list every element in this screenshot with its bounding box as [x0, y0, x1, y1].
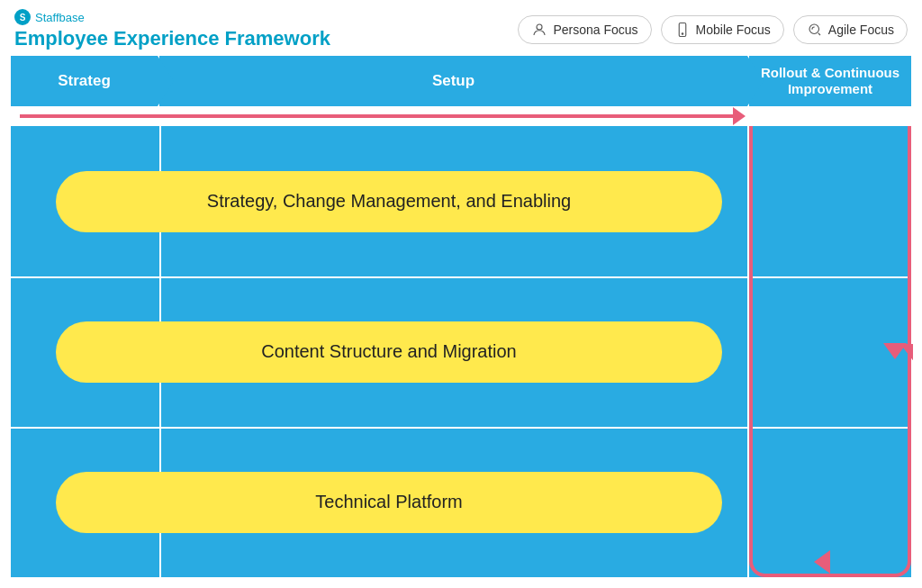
svg-point-2: [682, 33, 683, 35]
setup-arrow: [747, 56, 764, 106]
persona-focus-button[interactable]: Persona Focus: [518, 15, 651, 44]
mobile-icon: [674, 22, 691, 38]
red-arrow-row: [11, 106, 911, 126]
header-left: S Staffbase Employee Experience Framewor…: [14, 9, 330, 50]
red-arrowhead: [733, 107, 746, 125]
content-label: Content Structure and Migration: [261, 341, 517, 362]
phase-header: Strateg Setup Rollout & Continuous Impro…: [11, 56, 911, 106]
mobile-focus-label: Mobile Focus: [696, 23, 771, 37]
row-technical: Technical Platform: [11, 427, 911, 577]
search-icon: [807, 22, 823, 38]
person-icon: [531, 22, 547, 38]
content-pill[interactable]: Content Structure and Migration: [56, 321, 722, 383]
mobile-focus-button[interactable]: Mobile Focus: [661, 15, 784, 44]
logo-icon: S: [14, 9, 31, 25]
strategy-pill[interactable]: Strategy, Change Management, and Enablin…: [56, 171, 722, 232]
logo-row: S Staffbase: [14, 9, 330, 25]
red-side-arrow-down: [883, 343, 907, 359]
agile-focus-button[interactable]: Agile Focus: [793, 15, 908, 44]
agile-focus-label: Agile Focus: [828, 23, 894, 37]
brand-name: Staffbase: [35, 11, 85, 24]
strategy-label: Strategy, Change Management, and Enablin…: [207, 191, 571, 212]
persona-focus-label: Persona Focus: [553, 23, 637, 37]
svg-point-3: [809, 24, 819, 34]
row-content: Content Structure and Migration: [11, 276, 911, 427]
staffbase-logo: S Staffbase: [14, 9, 85, 25]
framework: Strateg Setup Rollout & Continuous Impro…: [0, 56, 922, 588]
main-grid: Strategy, Change Management, and Enablin…: [11, 126, 911, 577]
red-arrow-line: [20, 114, 742, 118]
row-strategy: Strategy, Change Management, and Enablin…: [11, 126, 911, 276]
phase-rollout-label: Rollout & Continuous Improvement: [749, 65, 911, 97]
strateg-arrow: [158, 56, 174, 106]
app: S Staffbase Employee Experience Framewor…: [0, 0, 922, 588]
phase-setup: Setup: [159, 56, 749, 106]
svg-point-0: [537, 24, 542, 30]
phase-rollout: Rollout & Continuous Improvement: [749, 56, 911, 106]
technical-pill[interactable]: Technical Platform: [56, 472, 722, 533]
phase-strateg-label: Strateg: [58, 72, 111, 90]
focus-buttons: Persona Focus Mobile Focus Agile Focus: [518, 15, 908, 44]
header: S Staffbase Employee Experience Framewor…: [0, 0, 922, 56]
technical-label: Technical Platform: [315, 492, 462, 512]
phase-strateg: Strateg: [11, 56, 159, 106]
page-title: Employee Experience Framework: [14, 27, 330, 50]
red-bottom-arrow: [814, 550, 830, 574]
phase-setup-label: Setup: [432, 72, 475, 90]
